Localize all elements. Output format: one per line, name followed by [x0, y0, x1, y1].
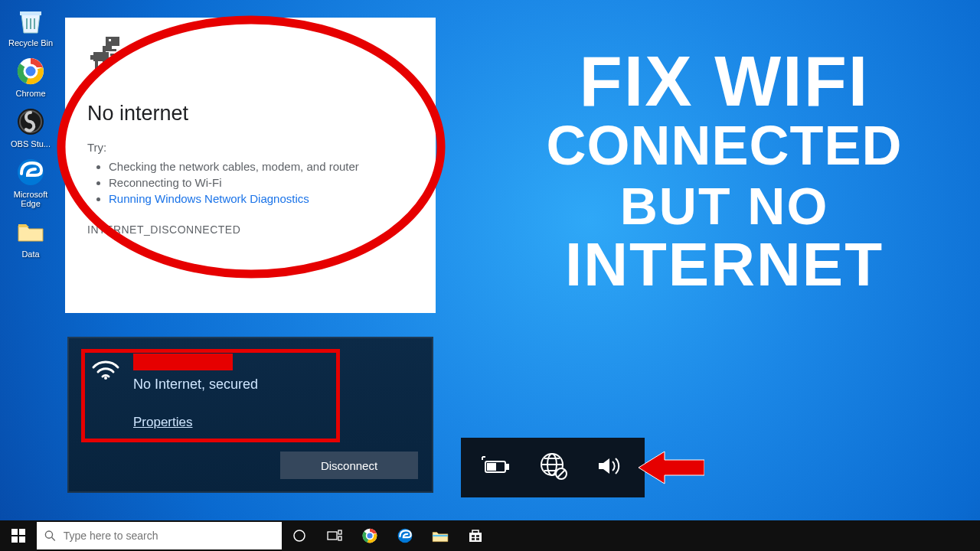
desktop-icons: Recycle Bin Chrome OBS Stu... Microsoft …: [5, 5, 57, 259]
properties-link[interactable]: Properties: [133, 415, 192, 430]
suggestion-list: Checking the network cables, modem, and …: [109, 160, 413, 205]
headline-overlay: FIX WIFI CONNECTED BUT NO INTERNET: [495, 46, 954, 295]
wifi-icon: [90, 357, 121, 383]
svg-rect-1: [30, 18, 31, 29]
icon-label: OBS Stu...: [11, 139, 51, 148]
diagnostics-link[interactable]: Running Windows Network Diagnostics: [109, 192, 309, 205]
svg-point-37: [294, 530, 305, 541]
svg-rect-31: [11, 529, 18, 535]
svg-rect-15: [103, 61, 106, 69]
cortana-button[interactable]: [282, 520, 317, 551]
try-label: Try:: [87, 141, 413, 154]
svg-rect-44: [433, 535, 448, 536]
headline-line: INTERNET: [495, 233, 954, 296]
taskbar-edge-icon[interactable]: [387, 520, 423, 551]
svg-point-42: [367, 533, 374, 540]
svg-rect-13: [90, 55, 93, 60]
icon-label: Microsoft Edge: [5, 190, 57, 208]
ssid-redacted: [133, 354, 233, 370]
svg-rect-2: [34, 18, 35, 29]
suggestion-item: Reconnecting to Wi-Fi: [109, 176, 413, 189]
svg-rect-49: [476, 538, 479, 540]
svg-rect-32: [19, 529, 25, 535]
svg-rect-34: [19, 536, 25, 543]
search-input[interactable]: [64, 530, 274, 542]
wifi-status-text: No Internet, secured: [133, 377, 258, 393]
headline-line: BUT NO: [495, 180, 954, 233]
taskbar-store-icon[interactable]: [458, 520, 493, 551]
search-icon: [44, 530, 56, 542]
red-arrow-icon: [639, 448, 704, 487]
svg-rect-14: [95, 61, 98, 69]
error-code: INTERNET_DISCONNECTED: [87, 223, 413, 236]
dino-icon: [87, 37, 413, 76]
disconnect-button[interactable]: Disconnect: [280, 452, 418, 479]
svg-point-35: [45, 531, 52, 538]
svg-rect-39: [338, 530, 341, 534]
task-view-button[interactable]: [317, 520, 352, 551]
battery-icon: [481, 455, 511, 480]
headline-line: FIX WIFI: [495, 46, 954, 118]
svg-rect-45: [469, 533, 482, 542]
search-box[interactable]: [37, 522, 282, 549]
icon-label: Recycle Bin: [8, 38, 53, 47]
tray-closeup: [461, 438, 645, 497]
recycle-bin-icon[interactable]: Recycle Bin: [5, 5, 57, 47]
svg-rect-40: [338, 536, 341, 540]
svg-rect-8: [106, 37, 119, 46]
svg-rect-21: [505, 465, 508, 469]
svg-rect-48: [472, 538, 475, 540]
chrome-no-internet-panel: No internet Try: Checking the network ca…: [67, 20, 433, 311]
obs-icon[interactable]: OBS Stu...: [5, 106, 57, 148]
network-no-internet-icon[interactable]: [538, 451, 569, 484]
suggestion-item: Checking the network cables, modem, and …: [109, 160, 413, 173]
svg-rect-17: [109, 39, 111, 41]
edge-icon[interactable]: Microsoft Edge: [5, 156, 57, 208]
svg-rect-22: [488, 464, 495, 470]
svg-rect-47: [476, 535, 479, 537]
svg-point-4: [24, 65, 37, 77]
start-button[interactable]: [0, 520, 37, 551]
svg-rect-9: [106, 46, 112, 49]
wifi-flyout-panel: No Internet, secured Properties Disconne…: [67, 337, 433, 493]
svg-point-19: [104, 377, 107, 380]
svg-rect-10: [106, 49, 116, 51]
icon-label: Data: [21, 249, 39, 259]
svg-rect-38: [328, 532, 337, 540]
volume-icon[interactable]: [596, 454, 625, 481]
svg-rect-0: [26, 18, 28, 29]
icon-label: Chrome: [15, 89, 45, 98]
svg-rect-33: [11, 536, 18, 543]
taskbar-explorer-icon[interactable]: [423, 520, 458, 551]
svg-rect-46: [472, 535, 475, 537]
taskbar: [0, 520, 980, 551]
svg-rect-16: [110, 54, 115, 56]
svg-marker-30: [639, 452, 704, 484]
taskbar-chrome-icon[interactable]: [352, 520, 387, 551]
svg-rect-12: [93, 52, 109, 61]
headline-line: CONNECTED: [495, 118, 954, 174]
error-title: No internet: [87, 102, 413, 126]
folder-icon[interactable]: Data: [5, 216, 57, 259]
svg-line-36: [52, 537, 55, 540]
chrome-icon[interactable]: Chrome: [5, 55, 57, 98]
